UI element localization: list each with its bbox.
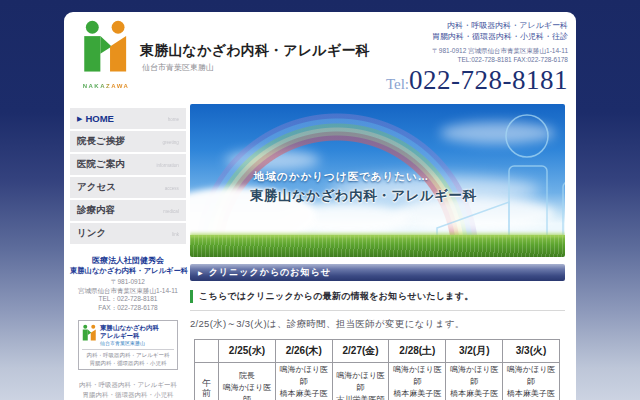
grass <box>190 235 565 257</box>
menu-label: リンク <box>77 227 106 240</box>
banner-departments-1: 内科・呼吸器内科・アレルギー科 <box>82 352 174 360</box>
header-departments-2: 胃腸内科・循環器内科・小児科・往診 <box>386 32 568 43</box>
clinic-corporate-name: 医療法人社団健秀会 <box>70 256 186 266</box>
sidebar-item-home[interactable]: ▶HOME home <box>70 108 186 129</box>
clinic-banner[interactable]: 東勝山なかざわ内科 アレルギー科 仙台市青葉区東勝山 内科・呼吸器内科・アレルギ… <box>78 320 178 370</box>
clinic-fax: FAX：022-728-6178 <box>70 304 186 313</box>
sidebar-item-greeting[interactable]: 院長ご挨拶 greeting <box>70 131 186 152</box>
sidebar-departments-1: 内科・呼吸器内科・アレルギー科 <box>70 380 186 390</box>
site-page: NAKAZAWA 東勝山なかざわ内科・アレルギー科 仙台市青葉区東勝山 内科・呼… <box>64 12 576 400</box>
hero-tagline: 地域のかかりつけ医でありたい… <box>254 170 477 184</box>
schedule-cell: 鳴海かほり医師 古川栄美医師 <box>332 363 389 400</box>
header-departments-1: 内科・呼吸器内科・アレルギー科 <box>386 21 568 32</box>
col-date: 3/2(月) <box>446 340 503 363</box>
banner-logo-icon <box>82 324 97 343</box>
hero-catchcopy: 地域のかかりつけ医でありたい… 東勝山なかざわ内科・アレルギー科 <box>250 170 477 205</box>
schedule-cell: 鳴海かほり医師 橋本麻美子医師 <box>503 363 560 400</box>
menu-sublabel: information <box>157 162 179 167</box>
menu-sublabel: access <box>165 185 179 190</box>
header-phone: Tel:022-728-8181 <box>386 65 568 96</box>
header-contact-block: 内科・呼吸器内科・アレルギー科 胃腸内科・循環器内科・小児科・往診 〒981-0… <box>386 21 568 96</box>
col-date: 2/27(金) <box>332 340 389 363</box>
browser-viewport: NAKAZAWA 東勝山なかざわ内科・アレルギー科 仙台市青葉区東勝山 内科・呼… <box>0 0 640 400</box>
hero-clinic-name: 東勝山なかざわ内科・アレルギー科 <box>250 187 477 205</box>
news-heading: クリニックからのお知らせ <box>209 266 331 279</box>
clinic-address: 宮城県仙台市青葉区東勝山1-14-11 <box>70 287 186 296</box>
sidebar-item-access[interactable]: アクセス access <box>70 177 186 198</box>
corner-cell <box>195 340 219 363</box>
menu-sublabel: medical <box>163 208 179 213</box>
hero-image: 地域のかかりつけ医でありたい… 東勝山なかざわ内科・アレルギー科 <box>190 104 565 257</box>
banner-name-2: アレルギー科 <box>100 332 159 340</box>
menu-sublabel: link <box>172 231 179 236</box>
sidebar-clinic-info: 医療法人社団健秀会 東勝山なかざわ内科・アレルギー科 〒981-0912 宮城県… <box>70 256 186 312</box>
news-notice: 2/25(水)～3/3(火)は、診療時間、担当医師が変更になります。 <box>190 318 565 331</box>
clinic-name: 東勝山なかざわ内科・アレルギー科 <box>70 266 186 276</box>
row-label-am: 午前 <box>195 363 219 400</box>
doctor-schedule-table: 2/25(水) 2/26(木) 2/27(金) 2/28(土) 3/2(月) 3… <box>194 339 560 400</box>
menu-label: 診療内容 <box>77 204 115 217</box>
header-telfax: TEL:022-728-8181 FAX:022-728-6178 <box>386 56 568 65</box>
menu-label: 医院ご案内 <box>77 158 125 171</box>
clinic-tel: TEL：022-728-8181 <box>70 295 186 304</box>
sidebar-item-clinic-guide[interactable]: 医院ご案内 information <box>70 154 186 175</box>
active-arrow-icon: ▶ <box>77 115 82 123</box>
logo-wordmark: NAKAZAWA <box>77 83 135 89</box>
page-subtitle: 仙台市青葉区東勝山 <box>142 62 214 73</box>
sidebar-item-medical[interactable]: 診療内容 medical <box>70 200 186 221</box>
col-date: 2/28(土) <box>389 340 446 363</box>
phone-label: Tel: <box>386 76 409 92</box>
banner-name-1: 東勝山なかざわ内科 <box>100 324 159 332</box>
news-arrow-icon: ▶ <box>198 269 204 276</box>
news-intro-wrap: こちらではクリニックからの最新の情報をお知らせいたします。 <box>190 290 565 311</box>
schedule-header-row: 2/25(水) 2/26(木) 2/27(金) 2/28(土) 3/2(月) 3… <box>195 340 560 363</box>
col-date: 2/26(木) <box>275 340 332 363</box>
page-title: 東勝山なかざわ内科・アレルギー科 <box>140 42 370 60</box>
banner-departments-2: 胃腸内科・循環器内科・小児科 <box>82 360 174 368</box>
main-content: 地域のかかりつけ医でありたい… 東勝山なかざわ内科・アレルギー科 ▶ クリニック… <box>190 104 565 400</box>
menu-sublabel: home <box>168 116 179 121</box>
news-intro: こちらではクリニックからの最新の情報をお知らせいたします。 <box>190 290 565 303</box>
menu-sublabel: greeting <box>163 139 179 144</box>
clinic-logo-icon <box>81 20 131 78</box>
schedule-cell: 鳴海かほり医師 橋本麻美子医師 <box>389 363 446 400</box>
phone-number: 022-728-8181 <box>409 65 568 95</box>
clinic-zip: 〒981-0912 <box>70 278 186 287</box>
schedule-row-am: 午前 院長 鳴海かほり医師 鳴海かほり医師 橋本麻美子医師 鳴海かほり医師 古川… <box>195 363 560 400</box>
col-date: 3/3(火) <box>503 340 560 363</box>
menu-label: アクセス <box>77 181 116 194</box>
header-address: 〒981-0912 宮城県仙台市青葉区東勝山1-14-11 <box>386 47 568 56</box>
sidebar-departments-2: 胃腸内科・循環器内科・小児科 <box>70 390 186 400</box>
banner-subtitle: 仙台市青葉区東勝山 <box>100 340 159 347</box>
schedule-cell: 鳴海かほり医師 橋本麻美子医師 <box>275 363 332 400</box>
schedule-cell: 院長 鳴海かほり医師 <box>219 363 276 400</box>
schedule-cell: 鳴海かほり医師 橋本麻美子医師 <box>446 363 503 400</box>
news-section-header: ▶ クリニックからのお知らせ <box>190 264 565 281</box>
sidebar: ▶HOME home 院長ご挨拶 greeting 医院ご案内 informat… <box>70 108 186 399</box>
menu-label: 院長ご挨拶 <box>77 135 125 148</box>
clinic-logo[interactable]: NAKAZAWA <box>77 20 135 89</box>
menu-label: HOME <box>85 113 114 124</box>
sidebar-item-link[interactable]: リンク link <box>70 223 186 244</box>
col-date: 2/25(水) <box>219 340 276 363</box>
sidebar-departments: 内科・呼吸器内科・アレルギー科 胃腸内科・循環器内科・小児科 <box>70 380 186 399</box>
